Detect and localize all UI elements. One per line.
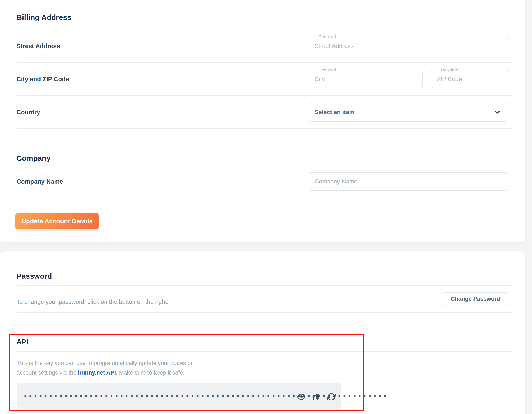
zip-code-input[interactable] bbox=[431, 70, 508, 88]
update-account-details-button[interactable]: Update Account Details bbox=[16, 213, 99, 229]
divider bbox=[17, 95, 513, 96]
divider bbox=[17, 165, 513, 165]
street-address-input[interactable] bbox=[309, 37, 508, 55]
country-select[interactable]: Select an item bbox=[309, 103, 508, 122]
chevron-down-icon bbox=[494, 108, 501, 116]
api-description: This is the key you can use to programma… bbox=[17, 358, 193, 377]
city-input[interactable] bbox=[309, 70, 423, 88]
country-label: Country bbox=[17, 109, 40, 116]
city-zip-label: City and ZIP Code bbox=[17, 75, 69, 83]
account-settings-page: Billing Address Street Address Required … bbox=[0, 0, 532, 414]
required-badge: Required bbox=[316, 67, 338, 73]
eye-icon bbox=[297, 392, 306, 401]
divider bbox=[17, 128, 513, 129]
copy-api-key-button[interactable] bbox=[312, 392, 321, 402]
change-password-button[interactable]: Change Password bbox=[443, 292, 508, 305]
billing-address-heading: Billing Address bbox=[17, 13, 71, 22]
street-address-label: Street Address bbox=[17, 42, 60, 50]
api-description-line2-pre: account settings via the bbox=[17, 369, 78, 376]
divider bbox=[17, 62, 513, 63]
company-heading: Company bbox=[17, 154, 51, 162]
company-name-label: Company Name bbox=[17, 178, 63, 185]
divider bbox=[17, 29, 513, 29]
bunny-net-api-link[interactable]: bunny.net API bbox=[78, 369, 116, 376]
required-badge: Required bbox=[439, 67, 460, 73]
regenerate-api-key-button[interactable] bbox=[327, 392, 336, 402]
company-name-input[interactable] bbox=[309, 172, 508, 191]
divider bbox=[17, 312, 513, 313]
api-heading: API bbox=[17, 338, 28, 346]
required-badge: Required bbox=[316, 34, 338, 39]
password-hint-text: To change your password, click on the bu… bbox=[17, 298, 168, 305]
country-select-value: Select an item bbox=[314, 109, 354, 116]
copy-icon bbox=[312, 393, 321, 401]
refresh-icon bbox=[327, 393, 336, 401]
password-heading: Password bbox=[17, 272, 52, 280]
api-description-line1: This is the key you can use to programma… bbox=[17, 360, 193, 366]
api-description-line2-post: . Make sure to keep it safe. bbox=[116, 369, 185, 376]
show-api-key-button[interactable] bbox=[296, 392, 306, 402]
divider bbox=[17, 351, 513, 352]
divider bbox=[17, 198, 513, 198]
divider bbox=[17, 285, 513, 286]
